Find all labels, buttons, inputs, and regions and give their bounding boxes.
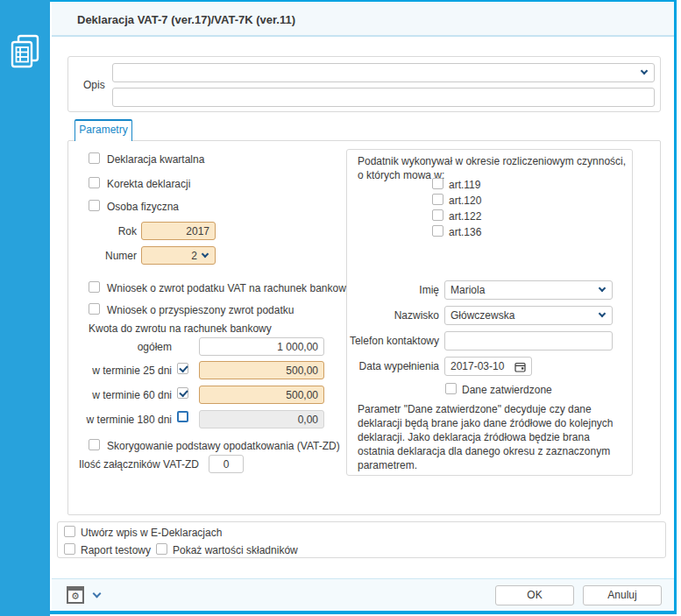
numer-label: Numer — [79, 250, 137, 262]
termin-180-label: w terminie 180 dni — [70, 414, 172, 426]
termin-25-input[interactable] — [199, 361, 324, 379]
rok-label: Rok — [79, 225, 137, 237]
raport-testowy-checkbox[interactable] — [64, 543, 75, 555]
termin-60-input[interactable] — [199, 386, 324, 404]
podatnik-intro-text: Podatnik wykonywał w okresie rozliczenio… — [358, 154, 631, 182]
opis-label: Opis — [83, 79, 105, 91]
opis-text-input[interactable] — [112, 88, 655, 107]
ilosc-zalacznikow-input[interactable] — [209, 455, 244, 473]
skorygowanie-checkbox[interactable] — [89, 439, 100, 450]
nazwisko-select[interactable]: Główczewska — [444, 306, 613, 325]
termin-25-label: w terminie 25 dni — [70, 365, 172, 377]
korekta-deklaracji-label: Korekta deklaracji — [107, 178, 190, 190]
chevron-down-icon — [641, 67, 648, 74]
dane-zatwierdzone-label: Dane zatwierdzone — [462, 384, 552, 396]
art136-checkbox[interactable] — [432, 225, 443, 237]
rok-input[interactable] — [141, 222, 216, 240]
dialog-titlebar: Deklaracja VAT-7 (ver.17)/VAT-7K (ver.11… — [52, 2, 674, 37]
nazwisko-label: Nazwisko — [347, 309, 439, 322]
chevron-down-icon — [599, 310, 606, 317]
form-document-icon — [8, 33, 43, 74]
dialog-title: Deklaracja VAT-7 (ver.17)/VAT-7K (ver.11… — [77, 13, 295, 26]
dane-zatwierdzone-note: Parametr "Dane zatwierdzone" decyduje cz… — [358, 402, 629, 472]
termin-180-input — [199, 410, 324, 428]
termin-60-label: w terminie 60 dni — [70, 389, 172, 401]
wniosek-przyspieszony-checkbox[interactable] — [89, 303, 100, 315]
utworz-edeklaracje-label: Utwórz wpis w E-Deklaracjach — [81, 527, 222, 539]
numer-select[interactable]: 2 — [141, 246, 216, 265]
tab-parametry[interactable]: Parametry — [74, 119, 132, 141]
anuluj-button[interactable]: Anuluj — [583, 585, 662, 605]
art136-label: art.136 — [449, 226, 481, 238]
deklaracja-kwartalna-checkbox[interactable] — [89, 152, 100, 164]
report-settings-button[interactable]: ⚙ — [67, 586, 84, 604]
skorygowanie-label: Skorygowanie podstawy opodatkowania (VAT… — [107, 440, 340, 452]
opis-combo[interactable] — [112, 63, 655, 82]
art122-label: art.122 — [449, 210, 481, 223]
chevron-down-icon — [599, 285, 606, 292]
ok-button[interactable]: OK — [495, 585, 574, 605]
pokaz-wartosci-label: Pokaż wartości składników — [173, 544, 298, 556]
termin-60-checkbox[interactable] — [177, 387, 188, 399]
dialog-footer — [52, 578, 674, 611]
ogolem-input[interactable] — [199, 337, 324, 356]
osoba-fizyczna-label: Osoba fizyczna — [107, 201, 179, 213]
art120-checkbox[interactable] — [432, 194, 443, 205]
ilosc-zalacznikow-label: Ilość załączników VAT-ZD — [79, 458, 199, 471]
wniosek-zwrot-checkbox[interactable] — [89, 281, 100, 293]
art122-checkbox[interactable] — [432, 209, 443, 221]
imie-label: Imię — [347, 284, 439, 296]
numer-select-value: 2 — [191, 250, 197, 262]
art119-label: art.119 — [449, 179, 480, 191]
data-wypelnienia-label: Data wypełnienia — [347, 360, 439, 372]
deklaracja-kwartalna-label: Deklaracja kwartalna — [107, 153, 204, 166]
vat7-declaration-dialog: Deklaracja VAT-7 (ver.17)/VAT-7K (ver.11… — [0, 0, 681, 616]
termin-25-checkbox[interactable] — [177, 363, 188, 374]
dane-zatwierdzone-checkbox[interactable] — [445, 383, 457, 394]
raport-testowy-label: Raport testowy — [81, 544, 151, 556]
data-wypelnienia-value: 2017-03-10 — [450, 360, 504, 372]
left-accent-sidebar — [0, 0, 50, 616]
chevron-down-icon — [202, 250, 209, 257]
gear-icon: ⚙ — [68, 591, 82, 602]
korekta-deklaracji-checkbox[interactable] — [89, 177, 100, 188]
ogolem-label: ogółem — [70, 341, 172, 353]
art119-checkbox[interactable] — [432, 178, 443, 189]
wniosek-zwrot-label: Wniosek o zwrot podatku VAT na rachunek … — [107, 282, 351, 294]
art120-label: art.120 — [449, 195, 481, 207]
telefon-input[interactable] — [444, 331, 613, 350]
utworz-edeklaracje-checkbox[interactable] — [64, 526, 75, 537]
wniosek-przyspieszony-label: Wniosek o przyspieszony zwrot podatku — [107, 304, 294, 316]
imie-select[interactable]: Mariola — [444, 280, 613, 300]
telefon-label: Telefon kontaktowy — [347, 335, 439, 347]
kwota-header: Kwota do zwrotu na rachunek bankowy — [89, 322, 272, 335]
osoba-fizyczna-checkbox[interactable] — [89, 200, 100, 211]
data-wypelnienia-input[interactable]: 2017-03-10 — [444, 357, 532, 376]
nazwisko-select-value: Główczewska — [450, 309, 514, 322]
termin-180-checkbox[interactable] — [177, 411, 188, 422]
imie-select-value: Mariola — [450, 284, 485, 296]
pokaz-wartosci-checkbox[interactable] — [156, 543, 167, 555]
calendar-icon[interactable] — [514, 361, 526, 372]
